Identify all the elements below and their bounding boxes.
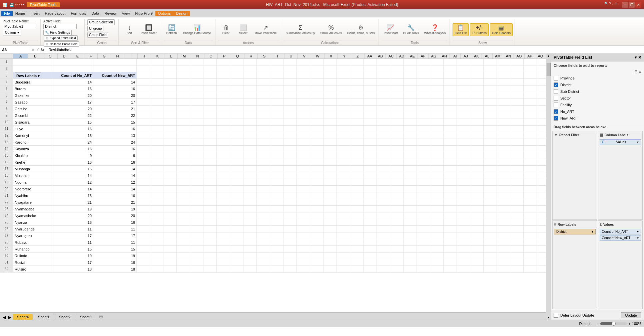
empty-cell[interactable] <box>310 139 324 145</box>
empty-cell[interactable] <box>470 179 484 185</box>
menu-insert[interactable]: Insert <box>28 11 42 16</box>
empty-cell[interactable] <box>243 152 257 159</box>
col-header-y[interactable]: Y <box>338 54 351 58</box>
empty-cell[interactable] <box>524 126 537 132</box>
empty-cell[interactable] <box>177 79 190 85</box>
empty-cell[interactable] <box>230 212 243 219</box>
empty-cell[interactable] <box>137 206 150 212</box>
empty-cell[interactable] <box>417 139 430 145</box>
empty-cell[interactable] <box>470 219 484 225</box>
empty-cell[interactable] <box>230 192 243 199</box>
table-row[interactable]: 15Kicukiro99 <box>0 152 546 159</box>
empty-cell[interactable] <box>537 266 546 272</box>
empty-cell[interactable] <box>470 232 484 239</box>
empty-cell[interactable] <box>270 119 283 125</box>
empty-cell[interactable] <box>177 139 190 145</box>
empty-cell[interactable] <box>390 86 404 92</box>
empty-cell[interactable] <box>257 226 270 232</box>
empty-cell[interactable] <box>230 246 243 252</box>
pivotchart-button[interactable]: 📈 PivotChart <box>382 23 400 36</box>
formula-cancel-icon[interactable]: ✕ <box>31 47 35 52</box>
empty-cell[interactable] <box>537 139 546 145</box>
empty-cell[interactable] <box>137 239 150 245</box>
collapse-entire-field-button[interactable]: ⊟ Collapse Entire Field <box>44 41 79 47</box>
empty-cell[interactable] <box>364 166 377 172</box>
empty-cell[interactable] <box>364 212 377 219</box>
sort-button[interactable]: ↕ Sort <box>121 23 137 36</box>
empty-cell[interactable] <box>163 65 177 72</box>
empty-cell[interactable] <box>270 99 283 105</box>
empty-cell[interactable] <box>510 239 524 245</box>
field-checkbox[interactable] <box>554 96 558 101</box>
empty-cell[interactable] <box>230 266 243 272</box>
empty-cell[interactable] <box>470 199 484 205</box>
empty-cell[interactable] <box>270 126 283 132</box>
zoom-in-icon[interactable]: + <box>628 322 630 326</box>
table-row[interactable]: 30Rulindo1919 <box>0 253 546 259</box>
empty-cell[interactable] <box>297 72 310 78</box>
show-values-as-button[interactable]: % Show Values As <box>318 23 344 36</box>
empty-cell[interactable] <box>270 132 283 139</box>
empty-cell[interactable] <box>444 139 457 145</box>
empty-cell[interactable] <box>150 159 163 165</box>
empty-cell[interactable] <box>404 253 417 259</box>
empty-cell[interactable] <box>444 86 457 92</box>
empty-cell[interactable] <box>537 246 546 252</box>
empty-cell[interactable] <box>163 253 177 259</box>
empty-cell[interactable] <box>177 232 190 239</box>
empty-cell[interactable] <box>444 65 457 72</box>
zoom-out-icon[interactable]: − <box>597 322 599 326</box>
empty-cell[interactable] <box>137 232 150 239</box>
empty-cell[interactable] <box>190 166 203 172</box>
empty-cell[interactable] <box>364 219 377 225</box>
empty-cell[interactable] <box>230 112 243 119</box>
empty-cell[interactable] <box>497 65 510 72</box>
table-row[interactable]: 4Bugesera1414 <box>0 79 546 86</box>
empty-cell[interactable] <box>163 146 177 152</box>
empty-cell[interactable] <box>243 65 257 72</box>
empty-cell[interactable] <box>497 139 510 145</box>
empty-cell[interactable] <box>484 172 497 179</box>
group-field-button[interactable]: Group Field <box>87 32 108 38</box>
empty-cell[interactable] <box>163 159 177 165</box>
empty-cell[interactable] <box>417 226 430 232</box>
empty-cell[interactable] <box>364 172 377 179</box>
empty-cell[interactable] <box>163 266 177 272</box>
empty-cell[interactable] <box>150 126 163 132</box>
no-art-dropdown-icon[interactable]: ▾ <box>637 230 639 233</box>
empty-cell[interactable] <box>257 179 270 185</box>
empty-cell[interactable] <box>283 232 297 239</box>
empty-cell[interactable] <box>364 65 377 72</box>
empty-cell[interactable] <box>163 126 177 132</box>
empty-cell[interactable] <box>324 226 337 232</box>
empty-cell[interactable] <box>390 132 404 139</box>
empty-cell[interactable] <box>457 232 470 239</box>
col-header-a[interactable]: A <box>13 54 28 58</box>
sheet-tab-sheet4[interactable]: Sheet4 <box>13 314 33 320</box>
empty-cell[interactable] <box>430 99 444 105</box>
empty-cell[interactable] <box>484 259 497 266</box>
empty-cell[interactable] <box>390 79 404 85</box>
empty-cell[interactable] <box>364 186 377 192</box>
empty-cell[interactable] <box>484 146 497 152</box>
empty-cell[interactable] <box>243 199 257 205</box>
empty-cell[interactable] <box>257 186 270 192</box>
empty-cell[interactable] <box>137 119 150 125</box>
empty-cell[interactable] <box>457 199 470 205</box>
empty-cell[interactable] <box>404 139 417 145</box>
empty-cell[interactable] <box>417 239 430 245</box>
values-area[interactable]: Σ Values Count of No_ART ▾ Count of New_… <box>598 220 643 309</box>
empty-cell[interactable] <box>230 65 243 72</box>
empty-cell[interactable] <box>350 186 364 192</box>
empty-cell[interactable] <box>190 186 203 192</box>
empty-cell[interactable] <box>377 192 390 199</box>
col-header-u[interactable]: U <box>284 54 298 58</box>
empty-cell[interactable] <box>190 139 203 145</box>
empty-cell[interactable] <box>457 72 470 78</box>
empty-cell[interactable] <box>510 219 524 225</box>
empty-cell[interactable] <box>417 59 430 65</box>
empty-cell[interactable] <box>444 152 457 159</box>
empty-cell[interactable] <box>270 72 283 78</box>
empty-cell[interactable] <box>510 139 524 145</box>
empty-cell[interactable] <box>324 253 337 259</box>
